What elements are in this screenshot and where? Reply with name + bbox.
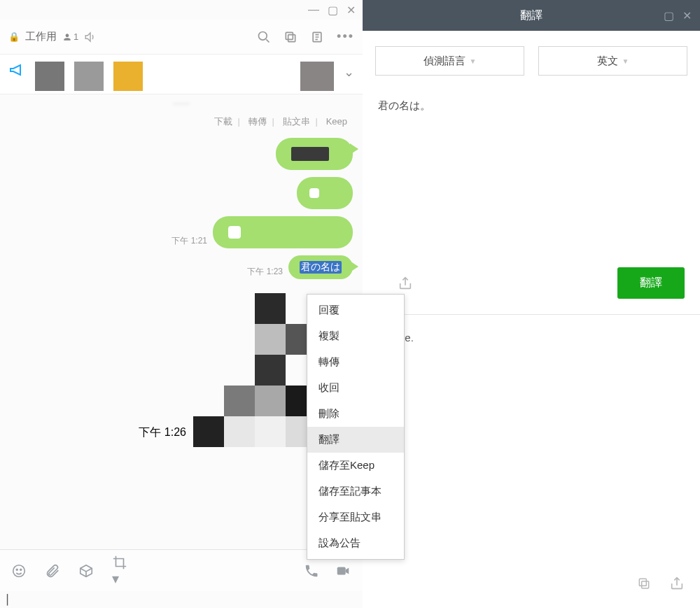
header-actions: ••• (257, 29, 354, 44)
output-actions (363, 567, 700, 608)
share-icon[interactable] (398, 276, 413, 291)
menu-delete[interactable]: 刪除 (307, 401, 404, 427)
timestamp: 下午 1:23 (247, 266, 283, 278)
maximize-icon[interactable]: ▢ (664, 9, 674, 22)
message-bubble[interactable] (213, 216, 353, 248)
note-icon[interactable] (310, 30, 324, 44)
translate-header: 翻譯 ▢ ✕ (363, 0, 700, 31)
menu-share-timeline[interactable]: 分享至貼文串 (307, 504, 404, 530)
timestamp: 下午 1:21 (172, 235, 207, 247)
speaker-icon[interactable] (84, 31, 97, 43)
svg-point-4 (13, 565, 25, 577)
search-icon[interactable] (257, 30, 271, 44)
share-icon[interactable] (669, 576, 685, 591)
media-strip: ⌄ (0, 55, 363, 94)
media-thumb[interactable] (300, 62, 334, 91)
svg-rect-1 (288, 34, 295, 41)
attachment-actions: 下載| 轉傳| 貼文串| Keep (0, 113, 363, 134)
message-text: 君の名は (300, 261, 342, 274)
lock-icon: 🔒 (8, 31, 20, 42)
language-row: 偵測語言▼ 英文▼ (363, 31, 700, 88)
media-thumb[interactable] (35, 62, 64, 91)
chat-header: 🔒 工作用 1 ••• (0, 20, 363, 55)
more-icon[interactable]: ••• (337, 29, 354, 44)
source-language-select[interactable]: 偵測語言▼ (375, 46, 524, 76)
close-icon[interactable]: ✕ (346, 3, 356, 17)
minimize-icon[interactable]: — (308, 3, 319, 16)
menu-copy[interactable]: 複製 (307, 323, 404, 349)
chevron-down-icon[interactable]: ⌄ (344, 62, 354, 80)
keep-link[interactable]: Keep (323, 116, 350, 127)
translate-button[interactable]: 翻譯 (617, 267, 685, 299)
chat-title: 工作用 (25, 30, 57, 43)
svg-point-5 (16, 569, 18, 570)
menu-reply[interactable]: 回覆 (307, 297, 404, 323)
forward-link[interactable]: 轉傳 (246, 116, 270, 127)
svg-rect-9 (639, 579, 646, 586)
copy-icon[interactable] (637, 577, 651, 591)
menu-save-note[interactable]: 儲存至記事本 (307, 479, 404, 504)
close-icon[interactable]: ✕ (682, 9, 692, 22)
member-count: 1 (62, 31, 78, 42)
date-separator: —— (0, 94, 363, 113)
megaphone-icon[interactable] (8, 62, 25, 78)
media-thumb[interactable] (113, 62, 143, 91)
message-bubble-selected[interactable]: 君の名は (288, 255, 353, 279)
menu-set-announce[interactable]: 設為公告 (307, 530, 404, 556)
maximize-icon[interactable]: ▢ (328, 3, 338, 17)
svg-rect-2 (286, 32, 293, 39)
window-controls: — ▢ ✕ (0, 0, 363, 20)
attach-icon[interactable] (45, 563, 60, 579)
svg-rect-7 (337, 567, 346, 574)
emoji-icon[interactable] (11, 563, 27, 579)
timestamp: 下午 1:26 (139, 425, 186, 440)
copy-icon[interactable] (284, 30, 298, 44)
translate-title: 翻譯 (520, 8, 542, 23)
svg-point-6 (20, 569, 22, 570)
download-link[interactable]: 下載 (211, 116, 235, 127)
timeline-link[interactable]: 貼文串 (280, 116, 313, 127)
translation-output: r name. (363, 315, 700, 567)
translate-actions: 翻譯 (363, 256, 700, 315)
menu-translate[interactable]: 翻譯 (307, 427, 404, 453)
svg-point-0 (259, 31, 267, 40)
menu-unsend[interactable]: 收回 (307, 375, 404, 401)
message-bubble[interactable] (297, 177, 353, 209)
menu-save-keep[interactable]: 儲存至Keep (307, 453, 404, 479)
context-menu: 回覆 複製 轉傳 收回 刪除 翻譯 儲存至Keep 儲存至記事本 分享至貼文串 … (307, 294, 405, 560)
media-thumb[interactable] (74, 62, 104, 91)
call-icon[interactable] (304, 563, 319, 579)
source-textarea[interactable]: 君の名は。 (363, 88, 700, 256)
menu-forward[interactable]: 轉傳 (307, 349, 404, 375)
translate-panel: 翻譯 ▢ ✕ 偵測語言▼ 英文▼ 君の名は。 翻譯 r name. (363, 0, 700, 608)
svg-rect-8 (642, 581, 649, 588)
chat-title-group: 🔒 工作用 1 (8, 30, 97, 43)
message-bubble[interactable] (276, 138, 353, 170)
text-cursor: ▏ (0, 591, 363, 608)
video-icon[interactable] (335, 563, 351, 579)
crop-icon[interactable]: ▾ (112, 555, 127, 587)
target-language-select[interactable]: 英文▼ (538, 46, 687, 76)
package-icon[interactable] (78, 563, 94, 579)
